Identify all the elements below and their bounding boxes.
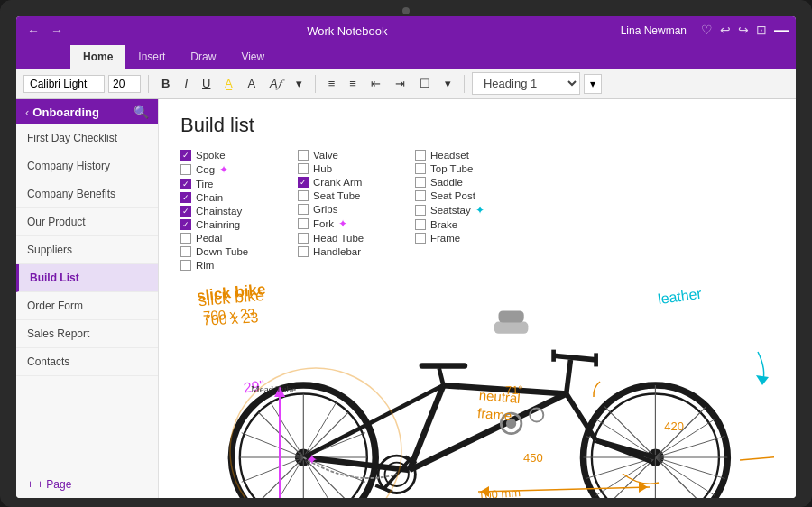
list-item[interactable]: Saddle <box>415 177 532 188</box>
list-item[interactable]: Seatstay ✦ <box>415 204 532 217</box>
list-item[interactable]: ✓ Chainring <box>180 219 298 230</box>
item-label: Chain <box>196 192 223 203</box>
undo-icon[interactable]: ↩ <box>720 23 731 39</box>
list-dropdown-button[interactable]: ▾ <box>439 74 457 93</box>
forward-button[interactable]: → <box>47 22 67 40</box>
checkbox[interactable] <box>298 233 309 244</box>
add-page-button[interactable]: + + Page <box>16 471 158 498</box>
indent-decrease-button[interactable]: ⇤ <box>365 74 386 93</box>
sidebar-item-sales-report[interactable]: Sales Report <box>16 320 158 348</box>
list-item[interactable]: ✓ Tire <box>180 179 298 189</box>
italic-button[interactable]: I <box>179 74 193 93</box>
checkbox[interactable] <box>180 260 191 271</box>
item-label: Fork <box>313 218 334 229</box>
checkbox[interactable] <box>415 177 426 188</box>
list-item[interactable]: Grips <box>298 204 415 215</box>
list-button-2[interactable]: ≡ <box>344 74 362 93</box>
checkbox[interactable] <box>298 204 309 215</box>
checkbox[interactable] <box>415 163 426 174</box>
font-effects-button[interactable]: A𝑓 <box>264 74 287 94</box>
app-window: ← → Work Notebook Lina Newman ♡ ↩ ↪ ⊡ — … <box>16 16 796 498</box>
sidebar-item-company-history[interactable]: Company History <box>16 152 158 180</box>
list-item[interactable]: ✓ Crank Arm <box>298 177 415 188</box>
redo-icon[interactable]: ↪ <box>738 23 749 39</box>
list-button-1[interactable]: ≡ <box>323 74 341 93</box>
list-item[interactable]: Valve <box>298 150 415 161</box>
list-item[interactable]: Fork ✦ <box>298 217 415 230</box>
font-family-input[interactable] <box>23 75 105 93</box>
list-item[interactable]: Cog ✦ <box>180 163 298 176</box>
list-item[interactable]: Hub <box>298 163 415 174</box>
checkbox[interactable] <box>180 246 191 257</box>
list-item[interactable]: Frame <box>415 233 532 244</box>
checkbox[interactable] <box>298 190 309 201</box>
list-item[interactable]: ✓ Chainstay <box>180 206 298 217</box>
checkbox[interactable] <box>180 164 191 175</box>
item-label: Chainstay <box>196 206 242 217</box>
minimize-button[interactable]: — <box>774 23 789 39</box>
build-col-1: ✓ Spoke Cog ✦ ✓ Tire <box>180 150 298 271</box>
sidebar-item-first-day[interactable]: First Day Checklist <box>16 124 158 152</box>
sidebar-search-icon[interactable]: 🔍 <box>134 105 149 119</box>
checkbox[interactable]: ✓ <box>180 206 191 217</box>
font-color-button[interactable]: A <box>242 74 261 93</box>
list-item[interactable]: Seat Tube <box>298 190 415 201</box>
checkbox[interactable] <box>415 205 426 216</box>
star-icon: ✦ <box>219 163 228 176</box>
underline-button[interactable]: U <box>197 74 216 93</box>
checkbox[interactable]: ✓ <box>298 177 309 188</box>
sidebar-item-suppliers[interactable]: Suppliers <box>16 236 158 264</box>
list-item[interactable]: Headset <box>415 150 532 161</box>
fullscreen-icon[interactable]: ⊡ <box>756 23 767 39</box>
checkbox[interactable] <box>298 218 309 229</box>
list-item[interactable]: Brake <box>415 219 532 230</box>
tab-view[interactable]: View <box>228 45 277 69</box>
checkbox[interactable]: ✓ <box>180 179 191 189</box>
checkbox[interactable] <box>180 233 191 244</box>
font-size-input[interactable] <box>108 75 141 93</box>
list-item[interactable]: Pedal <box>180 233 298 244</box>
list-item[interactable]: ✓ Chain <box>180 192 298 203</box>
sidebar-back-icon[interactable]: ‹ <box>25 106 29 119</box>
checkbox[interactable] <box>298 163 309 174</box>
sidebar-item-company-benefits[interactable]: Company Benefits <box>16 180 158 208</box>
tab-draw[interactable]: Draw <box>178 45 228 69</box>
tab-insert[interactable]: Insert <box>125 45 178 69</box>
checkbox[interactable] <box>298 150 309 161</box>
back-button[interactable]: ← <box>23 22 43 40</box>
sidebar-item-build-list[interactable]: Build List <box>16 264 158 292</box>
checkbox-button[interactable]: ☐ <box>414 74 436 93</box>
checkbox[interactable] <box>298 246 309 257</box>
indent-increase-button[interactable]: ⇥ <box>390 74 411 93</box>
checkbox[interactable]: ✓ <box>180 192 191 203</box>
checkbox[interactable]: ✓ <box>180 219 191 230</box>
sidebar-item-contacts[interactable]: Contacts <box>16 348 158 376</box>
format-dropdown-button[interactable]: ▾ <box>291 74 308 93</box>
note-area[interactable]: Build list ✓ Spoke Cog ✦ <box>159 99 796 498</box>
bold-button[interactable]: B <box>156 74 175 93</box>
list-item[interactable]: Handlebar <box>298 246 415 257</box>
style-dropdown-button[interactable]: ▾ <box>584 74 602 94</box>
item-label: Valve <box>313 150 338 161</box>
item-label: Hub <box>313 163 332 174</box>
checkbox[interactable]: ✓ <box>180 150 191 161</box>
checkbox[interactable] <box>415 219 426 230</box>
style-selector[interactable]: Heading 1 Heading 2 Normal <box>472 72 580 95</box>
list-item[interactable]: ✓ Spoke <box>180 150 298 161</box>
list-item[interactable]: Down Tube <box>180 246 298 257</box>
build-col-3: Headset Top Tube Saddle <box>415 150 532 271</box>
checkbox[interactable] <box>415 190 426 201</box>
note-title: Build list <box>180 114 774 137</box>
pin-icon[interactable]: ♡ <box>701 23 713 39</box>
tab-home[interactable]: Home <box>70 45 125 69</box>
list-item[interactable]: Seat Post <box>415 190 532 201</box>
checkbox[interactable] <box>415 233 426 244</box>
highlight-button[interactable]: A̲ <box>219 74 238 93</box>
list-item[interactable]: Rim <box>180 260 298 271</box>
svg-rect-43 <box>499 310 524 322</box>
sidebar-item-order-form[interactable]: Order Form <box>16 292 158 320</box>
checkbox[interactable] <box>415 150 426 161</box>
sidebar-item-our-product[interactable]: Our Product <box>16 208 158 236</box>
list-item[interactable]: Top Tube <box>415 163 532 174</box>
list-item[interactable]: Head Tube <box>298 233 415 244</box>
